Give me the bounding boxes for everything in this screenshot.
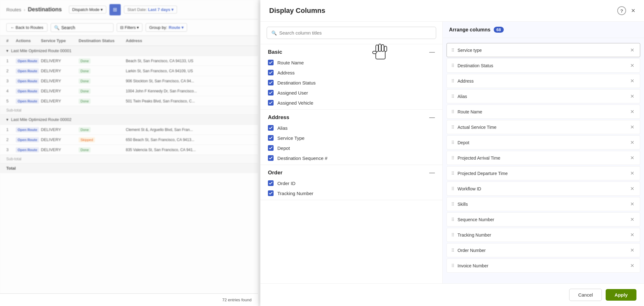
checkbox-dest-seq-box[interactable]	[268, 155, 274, 161]
arrange-column-item[interactable]: ⠿ Address ✕	[447, 74, 640, 88]
remove-column-button[interactable]: ✕	[629, 262, 636, 269]
checkbox-alias-box[interactable]	[268, 125, 274, 131]
remove-column-button[interactable]: ✕	[629, 247, 636, 254]
row-action[interactable]: Open Route	[16, 127, 41, 132]
row-action[interactable]: Open Route	[16, 58, 41, 63]
remove-column-button[interactable]: ✕	[629, 154, 636, 161]
drag-handle-icon[interactable]: ⠿	[451, 171, 454, 176]
remove-column-button[interactable]: ✕	[629, 216, 636, 223]
arrange-column-item[interactable]: ⠿ Route Name ✕	[447, 105, 640, 119]
row-action[interactable]: Open Route	[16, 68, 41, 73]
remove-column-button[interactable]: ✕	[629, 77, 636, 85]
help-icon-button[interactable]: ?	[617, 6, 626, 15]
table-row: 3 Open Route DELIVERY Done 906 Stockton …	[0, 76, 258, 86]
row-action[interactable]: Open Route	[16, 89, 41, 93]
close-panel-button[interactable]: ×	[631, 7, 635, 15]
arrange-column-item[interactable]: ⠿ Alias ✕	[447, 89, 640, 103]
row-action[interactable]: Open Route	[16, 137, 41, 142]
arrange-column-item[interactable]: ⠿ Destination Status ✕	[447, 58, 640, 73]
drag-handle-icon[interactable]: ⠿	[451, 156, 454, 161]
checkbox-dest-seq[interactable]: Destination Sequence #	[268, 155, 435, 161]
checkbox-address[interactable]: Address	[268, 70, 435, 75]
columns-icon-button[interactable]: ⊞	[109, 4, 121, 15]
drag-handle-icon[interactable]: ⠿	[451, 248, 454, 253]
drag-handle-icon[interactable]: ⠿	[451, 63, 454, 68]
arrange-column-item[interactable]: ⠿ Workflow ID ✕	[447, 182, 640, 196]
arrange-column-item[interactable]: ⠿ Depot ✕	[447, 135, 640, 150]
checkbox-address-box[interactable]	[268, 70, 274, 75]
drag-handle-icon[interactable]: ⠿	[451, 109, 454, 114]
checkbox-order-id-box[interactable]	[268, 180, 274, 186]
arrange-column-item[interactable]: ⠿ Tracking Number ✕	[447, 228, 640, 242]
order-section-toggle[interactable]: —	[429, 169, 435, 176]
remove-column-button[interactable]: ✕	[629, 108, 636, 115]
panel-search-input[interactable]	[279, 30, 431, 36]
back-to-routes-button[interactable]: ← Back to Routes	[6, 23, 47, 32]
arrange-column-item[interactable]: ⠿ Projected Departure Time ✕	[447, 166, 640, 180]
drag-handle-icon[interactable]: ⠿	[451, 202, 454, 207]
drag-handle-icon[interactable]: ⠿	[451, 217, 454, 222]
checkbox-route-name[interactable]: Route Name	[268, 60, 435, 65]
remove-column-button[interactable]: ✕	[629, 93, 636, 100]
cancel-button[interactable]: Cancel	[569, 289, 602, 301]
drag-handle-icon[interactable]: ⠿	[451, 79, 454, 84]
row-status: Done	[79, 89, 126, 93]
drag-handle-icon[interactable]: ⠿	[451, 48, 454, 53]
row-action[interactable]: Open Route	[16, 99, 41, 103]
checkbox-assigned-user-box[interactable]	[268, 90, 274, 96]
checkbox-dest-status-box[interactable]	[268, 80, 274, 85]
search-input-box[interactable]: 🔍	[267, 27, 436, 39]
arrange-column-item[interactable]: ⠿ Sequence Number ✕	[447, 212, 640, 227]
checkbox-order-id[interactable]: Order ID	[268, 180, 435, 186]
arrange-column-item[interactable]: ⠿ Actual Service Time ✕	[447, 120, 640, 134]
checkbox-tracking-number-label: Tracking Number	[277, 191, 313, 196]
basic-section-toggle[interactable]: —	[429, 49, 435, 55]
remove-column-button[interactable]: ✕	[629, 139, 636, 146]
top-bar: Routes › Destinations Dispatch Mode ▾ ⊞ …	[0, 0, 258, 19]
arrange-column-item[interactable]: ⠿ Skills ✕	[447, 197, 640, 211]
checkbox-tracking-number-box[interactable]	[268, 190, 274, 196]
checkbox-service-type[interactable]: Service Type	[268, 135, 435, 141]
start-date-button[interactable]: Start Date: Last 7 days ▾	[124, 6, 177, 14]
drag-handle-icon[interactable]: ⠿	[451, 140, 454, 145]
remove-column-button[interactable]: ✕	[629, 62, 636, 69]
drag-handle-icon[interactable]: ⠿	[451, 263, 454, 268]
remove-column-button[interactable]: ✕	[629, 170, 636, 177]
arrange-item-label: Workflow ID	[458, 186, 629, 191]
row-action[interactable]: Open Route	[16, 79, 41, 83]
address-section-toggle[interactable]: —	[429, 114, 435, 121]
checkbox-alias[interactable]: Alias	[268, 125, 435, 131]
checkbox-assigned-user[interactable]: Assigned User	[268, 90, 435, 96]
arrange-column-item[interactable]: ⠿ Projected Arrival Time ✕	[447, 151, 640, 165]
arrange-column-item[interactable]: ⠿ Invoice Number ✕	[447, 259, 640, 273]
arrange-column-item[interactable]: ⠿ Service type ✕	[447, 43, 640, 57]
apply-button[interactable]: Apply	[606, 289, 636, 301]
remove-column-button[interactable]: ✕	[629, 185, 636, 192]
route2-toggle[interactable]: ▾	[6, 117, 8, 122]
row-action[interactable]: Open Route	[16, 147, 41, 152]
drag-handle-icon[interactable]: ⠿	[451, 125, 454, 130]
checkbox-assigned-vehicle[interactable]: Assigned Vehicle	[268, 100, 435, 106]
group-by-button[interactable]: Group by: Route ▾	[146, 23, 187, 32]
arrange-item-label: Destination Status	[458, 63, 629, 68]
remove-column-button[interactable]: ✕	[629, 231, 636, 238]
checkbox-dest-status[interactable]: Destination Status	[268, 80, 435, 85]
drag-handle-icon[interactable]: ⠿	[451, 94, 454, 99]
row-service: DELIVERY	[41, 58, 79, 63]
drag-handle-icon[interactable]: ⠿	[451, 186, 454, 191]
checkbox-depot-box[interactable]	[268, 145, 274, 151]
filters-button[interactable]: ⊟ Filters ▾	[117, 23, 143, 32]
row-num: 4	[6, 89, 16, 93]
checkbox-route-name-box[interactable]	[268, 60, 274, 65]
remove-column-button[interactable]: ✕	[629, 123, 636, 131]
checkbox-service-type-box[interactable]	[268, 135, 274, 141]
dispatch-mode-button[interactable]: Dispatch Mode ▾	[69, 6, 106, 14]
remove-column-button[interactable]: ✕	[629, 200, 636, 208]
arrange-column-item[interactable]: ⠿ Order Number ✕	[447, 243, 640, 257]
checkbox-tracking-number[interactable]: Tracking Number	[268, 190, 435, 196]
remove-column-button[interactable]: ✕	[629, 46, 636, 54]
route1-toggle[interactable]: ▾	[6, 48, 8, 53]
checkbox-assigned-vehicle-box[interactable]	[268, 100, 274, 106]
drag-handle-icon[interactable]: ⠿	[451, 232, 454, 238]
checkbox-depot[interactable]: Depot	[268, 145, 435, 151]
